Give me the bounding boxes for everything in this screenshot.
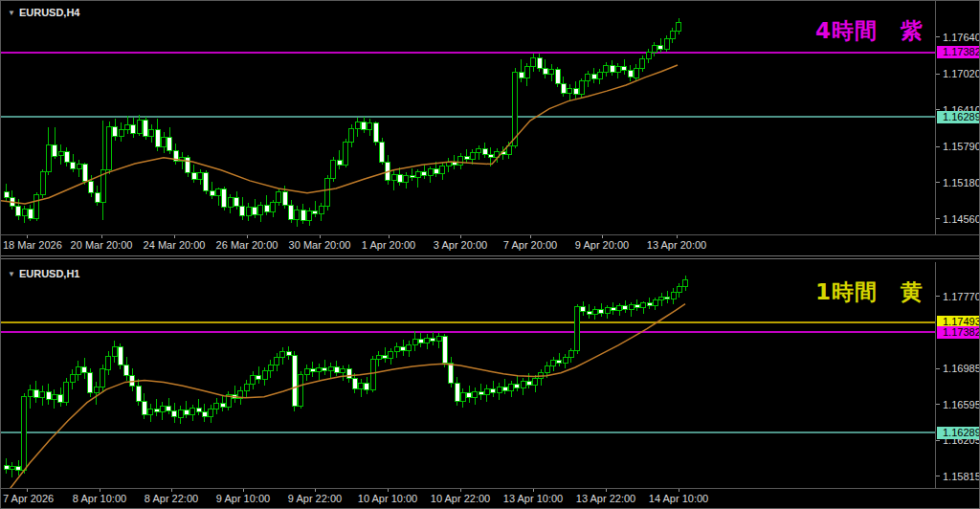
bear-candle	[131, 125, 136, 134]
bear-candle	[89, 182, 94, 193]
bull-candle	[137, 120, 142, 133]
bear-candle	[587, 311, 591, 314]
bear-candle	[292, 356, 297, 407]
bear-candle	[434, 169, 438, 174]
bull-candle	[683, 280, 688, 287]
bull-candle	[370, 359, 375, 389]
bear-candle	[488, 154, 493, 158]
bull-candle	[549, 69, 554, 75]
bull-candle	[198, 172, 203, 179]
price-scale-h1[interactable]: 1.177701.169851.165951.162051.158151.174…	[936, 262, 979, 488]
time-tick-mark	[174, 235, 175, 238]
bear-candle	[334, 366, 339, 373]
bear-candle	[204, 172, 209, 190]
bull-candle	[563, 357, 568, 363]
chart-titlebar-h1: ▼EURUSD,H1	[8, 268, 80, 279]
bear-candle	[202, 411, 207, 416]
bear-candle	[142, 402, 146, 415]
price-tick-mark	[936, 218, 940, 219]
time-tick-label: 26 Mar 20:00	[216, 239, 278, 251]
bull-candle	[76, 366, 80, 375]
bull-candle	[436, 336, 441, 341]
bull-candle	[659, 297, 664, 300]
bear-candle	[46, 391, 51, 400]
bear-candle	[256, 376, 261, 380]
bull-candle	[652, 46, 657, 53]
price-tick-label: 1.17640	[943, 32, 980, 43]
bear-candle	[555, 69, 560, 83]
bull-candle	[484, 388, 489, 395]
bear-candle	[253, 207, 257, 214]
bear-candle	[282, 192, 287, 206]
time-tick-label: 8 Apr 10:00	[73, 493, 126, 504]
bull-candle	[125, 125, 130, 129]
bull-candle	[162, 137, 167, 147]
bear-candle	[515, 384, 520, 387]
chart-plot-h1[interactable]: ▼EURUSD,H1 1時間 黄	[1, 262, 936, 488]
bull-candle	[228, 198, 233, 208]
bull-candle	[497, 387, 501, 393]
bear-candle	[144, 120, 148, 136]
bull-candle	[579, 81, 584, 95]
bull-candle	[470, 152, 475, 159]
time-tick-label: 20 Mar 20:00	[71, 239, 133, 251]
bear-candle	[4, 192, 9, 198]
time-tick-label: 13 Apr 22:00	[576, 493, 635, 504]
bull-candle	[22, 210, 27, 216]
price-tick-label: 1.17020	[943, 68, 980, 79]
bull-candle	[190, 408, 195, 414]
bull-candle	[34, 195, 39, 219]
bull-candle	[533, 379, 538, 386]
time-scale-h4[interactable]: 18 Mar 202620 Mar 20:0024 Mar 20:0026 Ma…	[1, 235, 979, 255]
chart-plot-h4[interactable]: ▼EURUSD,H4 4時間 紫	[1, 1, 936, 234]
time-tick-label: 10 Apr 22:00	[431, 493, 490, 504]
time-tick-mark	[460, 235, 461, 238]
bull-candle	[646, 52, 651, 58]
price-tick-label: 1.14560	[943, 213, 980, 225]
price-scale-h4[interactable]: 1.176401.170201.164101.157901.151801.145…	[936, 1, 979, 234]
bear-candle	[53, 145, 57, 156]
time-tick-mark	[320, 235, 321, 238]
highlighted-price-label: 1.17382	[937, 326, 979, 339]
bear-candle	[665, 297, 670, 299]
price-tick-mark	[936, 36, 940, 37]
bull-candle	[531, 58, 536, 67]
bear-candle	[289, 205, 294, 219]
bull-candle	[394, 347, 399, 352]
time-tick-label: 13 Apr 10:00	[503, 493, 563, 504]
collapse-triangle-icon[interactable]: ▼	[8, 270, 15, 278]
candlestick-canvas-h4	[1, 1, 935, 234]
bull-candle	[551, 360, 556, 365]
bear-candle	[573, 89, 578, 95]
bull-candle	[412, 339, 417, 344]
time-scale-h1[interactable]: 7 Apr 20268 Apr 10:008 Apr 22:009 Apr 10…	[1, 489, 979, 509]
bull-candle	[568, 351, 573, 358]
bear-candle	[519, 72, 523, 77]
bull-candle	[415, 172, 420, 178]
bull-candle	[407, 344, 412, 351]
bear-candle	[401, 347, 406, 351]
bull-candle	[670, 31, 675, 38]
bull-candle	[280, 352, 285, 358]
bear-candle	[33, 389, 38, 398]
bear-candle	[155, 129, 160, 147]
bear-candle	[113, 127, 118, 136]
bull-candle	[317, 367, 322, 372]
timeframe-annotation: 1時間 黄	[815, 277, 924, 307]
bull-candle	[268, 365, 273, 371]
bull-candle	[58, 151, 63, 156]
bull-candle	[341, 368, 345, 373]
bull-candle	[307, 210, 312, 220]
collapse-triangle-icon[interactable]: ▼	[8, 9, 15, 17]
bull-candle	[100, 369, 105, 387]
bear-candle	[422, 172, 427, 176]
bear-candle	[64, 151, 69, 163]
bear-candle	[337, 160, 342, 166]
time-tick-label: 9 Apr 22:00	[288, 493, 342, 504]
time-tick-label: 1 Apr 20:00	[362, 239, 415, 251]
price-tick-mark	[936, 404, 940, 405]
time-tick-label: 9 Apr 10:00	[216, 493, 270, 504]
time-tick-mark	[460, 489, 461, 492]
time-tick-mark	[530, 235, 531, 238]
bear-candle	[502, 387, 507, 390]
